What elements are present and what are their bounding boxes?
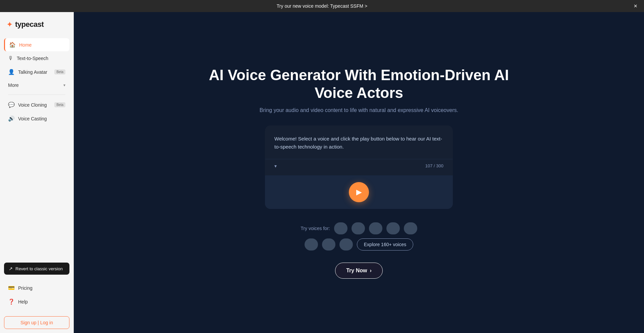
- chevron-down-icon: ▾: [63, 83, 65, 88]
- sidebar-bottom: 💳 Pricing ❓ Help: [0, 279, 73, 314]
- tts-icon: 🎙: [8, 55, 13, 61]
- sidebar-item-voice-casting[interactable]: 🔊 Voice Casting: [4, 112, 69, 125]
- external-link-icon: ↗: [9, 266, 13, 271]
- help-icon: ❓: [8, 298, 15, 305]
- voice-chip-3[interactable]: [369, 222, 382, 234]
- play-section: ▶: [265, 175, 453, 209]
- try-now-button[interactable]: Try Now ›: [335, 263, 383, 279]
- arrow-right-icon: ›: [370, 268, 371, 274]
- voice-chip-7[interactable]: [322, 238, 335, 251]
- hero-title: AI Voice Generator With Emotion-Driven A…: [208, 66, 510, 102]
- chevron-down-icon: ▾: [274, 163, 277, 169]
- voice-chip-5[interactable]: [404, 222, 417, 234]
- home-icon: 🏠: [9, 42, 16, 48]
- voices-row-2: Explore 160+ voices: [305, 238, 413, 251]
- top-banner: Try our new voice model: Typecast SSFM >…: [0, 0, 644, 12]
- logo-text: typecast: [15, 20, 44, 29]
- sidebar-item-pricing-label: Pricing: [18, 285, 65, 291]
- banner-text: Try our new voice model: Typecast SSFM >: [277, 3, 367, 9]
- try-voices-label: Try voices for:: [301, 226, 330, 231]
- sidebar-nav: 🏠 Home 🎙 Text-to-Speech 👤 Talking Avatar…: [0, 36, 73, 259]
- sidebar-item-tts-label: Text-to-Speech: [17, 56, 65, 61]
- more-row[interactable]: More ▾: [4, 79, 69, 91]
- main-content: AI Voice Generator With Emotion-Driven A…: [74, 12, 644, 333]
- voices-row-1: Try voices for:: [301, 222, 417, 234]
- demo-card: Welcome! Select a voice and click the pl…: [265, 125, 453, 209]
- logo: ✦ typecast: [0, 12, 73, 36]
- sidebar-item-tts[interactable]: 🎙 Text-to-Speech: [4, 52, 69, 65]
- banner-close-button[interactable]: ×: [634, 3, 637, 10]
- avatar-beta-badge: Beta: [54, 69, 65, 74]
- sidebar: ✦ typecast 🏠 Home 🎙 Text-to-Speech 👤 Tal…: [0, 12, 74, 333]
- voice-casting-icon: 🔊: [8, 115, 15, 122]
- sidebar-divider: [8, 95, 65, 95]
- sidebar-item-voice-casting-label: Voice Casting: [18, 116, 65, 121]
- demo-bottom: ▾ 107 / 300: [265, 159, 453, 175]
- signup-login-button[interactable]: Sign up | Log in: [4, 316, 69, 329]
- voice-chip-6[interactable]: [305, 238, 318, 251]
- voice-chip-4[interactable]: [386, 222, 400, 234]
- revert-label: Revert to classic version: [15, 266, 63, 271]
- voice-selector[interactable]: ▾: [274, 163, 277, 169]
- voice-cloning-icon: 💬: [8, 102, 15, 108]
- logo-icon: ✦: [7, 20, 12, 29]
- sidebar-item-avatar[interactable]: 👤 Talking Avatar Beta: [4, 65, 69, 78]
- sidebar-item-help-label: Help: [18, 299, 65, 304]
- voice-chip-2[interactable]: [352, 222, 365, 234]
- more-label: More: [8, 82, 60, 88]
- revert-classic-button[interactable]: ↗ Revert to classic version: [4, 263, 69, 275]
- sidebar-item-avatar-label: Talking Avatar: [18, 69, 51, 75]
- play-button[interactable]: ▶: [349, 182, 369, 202]
- sidebar-item-help[interactable]: ❓ Help: [4, 295, 69, 308]
- voice-chip-8[interactable]: [339, 238, 353, 251]
- voice-chip-1[interactable]: [334, 222, 347, 234]
- char-count: 107 / 300: [425, 163, 443, 168]
- sidebar-item-home[interactable]: 🏠 Home: [4, 38, 69, 51]
- sidebar-item-voice-cloning-label: Voice Cloning: [18, 102, 51, 108]
- sidebar-item-home-label: Home: [19, 42, 65, 48]
- hero-subtitle: Bring your audio and video content to li…: [260, 107, 458, 113]
- explore-voices-button[interactable]: Explore 160+ voices: [357, 238, 413, 251]
- try-now-label: Try Now: [346, 268, 367, 274]
- play-icon: ▶: [356, 188, 362, 197]
- avatar-icon: 👤: [8, 69, 15, 75]
- sidebar-item-voice-cloning[interactable]: 💬 Voice Cloning Beta: [4, 98, 69, 111]
- pricing-icon: 💳: [8, 285, 15, 291]
- voice-cloning-beta-badge: Beta: [54, 102, 65, 107]
- sidebar-item-pricing[interactable]: 💳 Pricing: [4, 281, 69, 294]
- demo-text: Welcome! Select a voice and click the pl…: [265, 125, 453, 159]
- main-layout: ✦ typecast 🏠 Home 🎙 Text-to-Speech 👤 Tal…: [0, 12, 644, 333]
